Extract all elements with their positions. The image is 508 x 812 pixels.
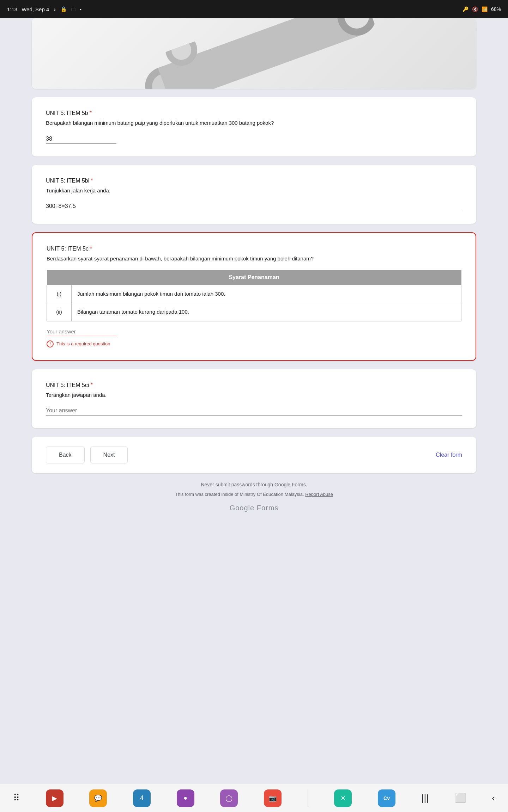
answer-placeholder-5c — [47, 328, 117, 336]
card-5ci: UNIT 5: ITEM 5ci* Terangkan jawapan anda… — [32, 369, 476, 429]
answer-input-5c[interactable] — [47, 328, 117, 334]
planting-table: Syarat Penanaman (i) Jumlah maksimum bil… — [47, 270, 461, 321]
app-orange-icon[interactable]: 💬 — [89, 789, 107, 807]
app-teal-icon[interactable]: ✕ — [334, 789, 352, 807]
nav-left: Back Next — [46, 447, 128, 463]
footer-legal: This form was created inside of Ministry… — [32, 492, 476, 497]
error-text: This is a required question — [56, 341, 110, 346]
footer-never-submit: Never submit passwords through Google Fo… — [32, 482, 476, 487]
app-icon-2: 🔒 — [60, 6, 67, 12]
required-star-5b: * — [90, 110, 92, 116]
instagram-icon: ◻ — [71, 6, 75, 12]
question-text-5b: Berapakah bilangan minimum batang paip y… — [46, 119, 462, 127]
required-star-5bi: * — [91, 178, 93, 184]
question-label-5b: UNIT 5: ITEM 5b* — [46, 110, 462, 116]
status-bar: 1:13 Wed, Sep 4 ♪ 🔒 ◻ • 🔑 🔇 📶 68% — [0, 0, 508, 18]
question-label-5ci: UNIT 5: ITEM 5ci* — [46, 382, 462, 388]
answer-input-5ci[interactable] — [46, 406, 462, 416]
sim-icon: 🔑 — [462, 6, 468, 12]
app-blue-icon[interactable]: 4 — [133, 789, 151, 807]
table-index-1: (i) — [47, 285, 72, 303]
canva-icon[interactable]: Cv — [378, 789, 395, 807]
app-purple-icon[interactable]: ● — [177, 789, 194, 807]
wifi-icon: 📶 — [482, 6, 488, 12]
app-camera-icon[interactable]: 📷 — [264, 789, 282, 807]
app-red-icon[interactable]: ▶ — [46, 789, 64, 807]
required-star-5ci: * — [90, 382, 92, 388]
back-button[interactable]: Back — [46, 447, 85, 463]
menu-icon[interactable]: ||| — [422, 793, 429, 804]
back-icon[interactable]: ‹ — [492, 793, 495, 804]
card-5b: UNIT 5: ITEM 5b* Berapakah bilangan mini… — [32, 97, 476, 156]
status-right: 🔑 🔇 📶 68% — [462, 6, 501, 12]
card-5bi: UNIT 5: ITEM 5bi* Tunjukkan jalan kerja … — [32, 165, 476, 224]
dot-indicator: • — [80, 6, 81, 12]
bottom-nav: ⠿ ▶ 💬 4 ● ◯ 📷 ✕ Cv ||| ⬜ ‹ — [0, 784, 508, 812]
main-content: UNIT 5: ITEM 5b* Berapakah bilangan mini… — [0, 18, 508, 554]
table-index-2: (ii) — [47, 303, 72, 321]
divider — [308, 789, 308, 807]
answer-input-5b[interactable] — [46, 134, 116, 144]
tiktok-icon: ♪ — [53, 6, 56, 12]
clear-form-button[interactable]: Clear form — [436, 447, 462, 463]
time: 1:13 — [7, 6, 17, 12]
battery: 68% — [491, 6, 501, 12]
question-label-5bi: UNIT 5: ITEM 5bi* — [46, 178, 462, 184]
status-left: 1:13 Wed, Sep 4 ♪ 🔒 ◻ • — [7, 6, 81, 12]
required-star-5c: * — [90, 246, 92, 252]
table-header: Syarat Penanaman — [47, 270, 461, 285]
next-button[interactable]: Next — [90, 447, 128, 463]
error-message-5c: ! This is a required question — [47, 340, 461, 347]
pipe-svg — [127, 18, 381, 89]
card-5c: UNIT 5: ITEM 5c* Berdasarkan syarat-syar… — [32, 232, 476, 361]
home-icon[interactable]: ⬜ — [455, 793, 466, 804]
question-label-5c: UNIT 5: ITEM 5c* — [47, 246, 461, 252]
table-text-1: Jumlah maksimum bilangan pokok timun dan… — [72, 285, 461, 303]
table-row: (ii) Bilangan tanaman tomato kurang dari… — [47, 303, 461, 321]
question-text-5bi: Tunjukkan jalan kerja anda. — [46, 187, 462, 195]
image-card — [32, 18, 476, 89]
app-violet-icon[interactable]: ◯ — [220, 789, 238, 807]
date: Wed, Sep 4 — [22, 6, 49, 12]
question-text-5c: Berdasarkan syarat-syarat penanaman di b… — [47, 255, 461, 263]
table-row: (i) Jumlah maksimum bilangan pokok timun… — [47, 285, 461, 303]
google-forms-text: Google Forms — [32, 504, 476, 512]
mute-icon: 🔇 — [472, 6, 478, 12]
report-abuse-link[interactable]: Report Abuse — [305, 492, 333, 497]
pipe-image — [32, 18, 476, 89]
table-text-2: Bilangan tanaman tomato kurang daripada … — [72, 303, 461, 321]
error-icon: ! — [47, 340, 54, 347]
question-text-5ci: Terangkan jawapan anda. — [46, 391, 462, 399]
nav-buttons: Back Next Clear form — [32, 437, 476, 473]
apps-icon[interactable]: ⠿ — [13, 793, 20, 804]
answer-input-5bi[interactable] — [46, 202, 462, 211]
